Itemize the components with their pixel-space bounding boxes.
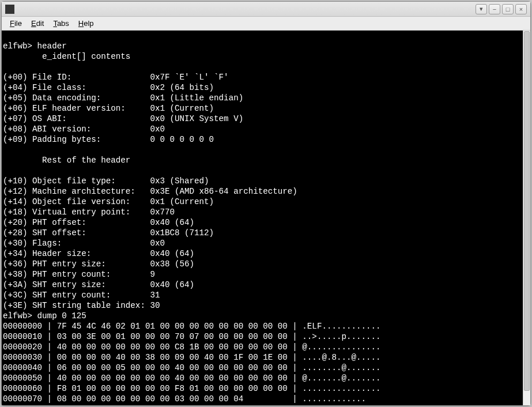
menu-edit-rest: dit [36, 19, 44, 28]
menu-help[interactable]: Help [74, 18, 99, 29]
line-h07: (+07) OS ABI: 0x0 (UNIX System V) [3, 114, 243, 123]
line-d00: 00000000 | 7F 45 4C 46 02 01 01 00 00 00… [3, 322, 381, 331]
menu-edit[interactable]: Edit [27, 18, 48, 29]
line-prompt2: elfwb> dump 0 125 [3, 311, 86, 321]
line-h12: (+12) Machine architecture: 0x3E (AMD x8… [3, 187, 297, 196]
line-d10: 00000010 | 03 00 3E 00 01 00 00 00 70 07… [3, 332, 381, 341]
line-h30: (+30) Flags: 0x0 [3, 239, 165, 248]
titlebar[interactable]: ▾ − □ × [2, 2, 530, 17]
line-h3E: (+3E) SHT string table index: 30 [3, 301, 160, 310]
menu-tabs[interactable]: Tabs [48, 18, 73, 29]
line-h08: (+08) ABI version: 0x0 [3, 125, 165, 134]
line-prompt1: elfwb> header [3, 42, 67, 51]
line-d60: 00000060 | F8 01 00 00 00 00 00 00 F8 01… [3, 384, 381, 393]
line-d20: 00000020 | 40 00 00 00 00 00 00 00 C8 1B… [3, 342, 381, 352]
line-h14: (+14) Object file version: 0x1 (Current) [3, 197, 214, 206]
line-h3A: (+3A) SHT entry size: 0x40 (64) [3, 280, 194, 289]
terminal-window: ▾ − □ × File Edit Tabs Help elfwb> heade… [1, 1, 531, 406]
line-h00: (+00) File ID: 0x7F `E' `L' `F' [3, 73, 229, 82]
line-d40: 00000040 | 06 00 00 00 05 00 00 00 40 00… [3, 363, 381, 372]
line-h06: (+06) ELF header version: 0x1 (Current) [3, 104, 214, 113]
menu-tabs-rest: abs [57, 19, 69, 28]
scrollbar-thumb[interactable] [524, 31, 530, 391]
line-h20: (+20) PHT offset: 0x40 (64) [3, 218, 194, 227]
minimize-button[interactable]: − [489, 4, 500, 14]
line-h36: (+36) PHT entry size: 0x38 (56) [3, 259, 194, 269]
menu-file-rest: ile [14, 19, 22, 28]
line-d70: 00000070 | 08 00 00 00 00 00 00 00 03 00… [3, 394, 366, 404]
line-d50: 00000050 | 40 00 00 00 00 00 00 00 40 00… [3, 374, 381, 383]
menubar: File Edit Tabs Help [2, 17, 530, 31]
line-h04: (+04) File class: 0x2 (64 bits) [3, 83, 214, 92]
menu-help-rest: elp [84, 19, 93, 28]
line-h34: (+34) Header size: 0x40 (64) [3, 249, 194, 258]
close-button[interactable]: × [515, 4, 527, 14]
line-h3C: (+3C) SHT entry count: 31 [3, 291, 160, 300]
terminal-area[interactable]: elfwb> header e_ident[] contents (+00) F… [2, 31, 530, 405]
dropdown-button[interactable]: ▾ [476, 4, 487, 14]
line-rest-title: Rest of the header [3, 156, 130, 165]
line-h38: (+38) PHT entry count: 9 [3, 270, 155, 279]
line-h10: (+10) Object file type: 0x3 (Shared) [3, 176, 209, 186]
line-prompt3: elfwb> [3, 405, 37, 405]
app-icon [5, 5, 14, 14]
line-ident-title: e_ident[] contents [3, 52, 130, 61]
line-h09: (+09) Padding bytes: 0 0 0 0 0 0 0 [3, 135, 214, 144]
maximize-button[interactable]: □ [502, 4, 514, 14]
line-h28: (+28) SHT offset: 0x1BC8 (7112) [3, 228, 214, 238]
menu-file[interactable]: File [5, 18, 27, 29]
scrollbar[interactable] [523, 31, 530, 405]
line-h18: (+18) Virtual entry point: 0x770 [3, 208, 175, 217]
line-d30: 00000030 | 00 00 00 00 40 00 38 00 09 00… [3, 353, 381, 362]
line-h05: (+05) Data encoding: 0x1 (Little endian) [3, 93, 243, 103]
